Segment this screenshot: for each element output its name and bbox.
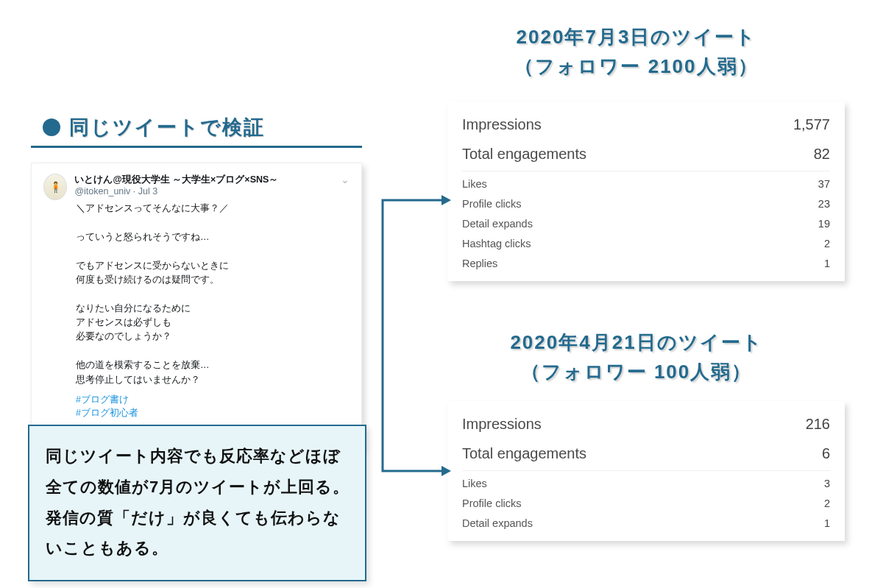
stats-title-2: 2020年4月21日のツイート （フォロワー 100人弱） (438, 327, 835, 387)
stat-row: Profile clicks2 (462, 494, 830, 514)
engagements-value: 6 (822, 445, 830, 462)
hashtag-link[interactable]: #ブログ初心者 (76, 408, 138, 418)
engagements-label: Total engagements (462, 445, 586, 462)
tweet-body: ＼アドセンスってそんなに大事？／ っていうと怒られそうですね… でもアドセンスに… (76, 202, 350, 387)
impressions-value: 1,577 (793, 116, 830, 133)
engagements-row: Total engagements 82 (462, 140, 830, 169)
engagements-label: Total engagements (462, 146, 586, 163)
impressions-row: Impressions 1,577 (462, 110, 830, 140)
stat-row: Replies1 (462, 254, 830, 274)
engagements-row: Total engagements 6 (462, 439, 830, 469)
bullet-icon (43, 118, 60, 136)
heading-underline (31, 146, 362, 148)
avatar: 🧍 (43, 174, 67, 200)
impressions-row: Impressions 216 (462, 410, 830, 439)
tweet-name-line: いとけん@現役大学生 ～大学生×ブログ×SNS～ @itoken_univ · … (74, 174, 333, 198)
stats-title-1: 2020年7月3日のツイート （フォロワー 2100人弱） (438, 22, 835, 82)
summary-text: 同じツイート内容でも反応率などほぼ全ての数値が7月のツイートが上回る。発信の質「… (46, 447, 350, 557)
stat-row: Profile clicks23 (462, 194, 830, 214)
stat-row: Hashtag clicks2 (462, 234, 830, 254)
engagements-value: 82 (814, 146, 830, 163)
stat-row: Likes37 (462, 174, 830, 194)
slide: 同じツイートで検証 🧍 いとけん@現役大学生 ～大学生×ブログ×SNS～ @it… (0, 0, 883, 588)
tweet-header: 🧍 いとけん@現役大学生 ～大学生×ブログ×SNS～ @itoken_univ … (43, 174, 350, 200)
tweet-dot: · (133, 186, 138, 196)
stat-row: Likes3 (462, 474, 830, 494)
impressions-value: 216 (806, 416, 830, 433)
tweet-handle: @itoken_univ (74, 186, 130, 196)
arrow-icon (372, 191, 453, 265)
section-heading: 同じツイートで検証 (43, 114, 265, 141)
tweet-date: Jul 3 (138, 186, 157, 196)
hashtag-link[interactable]: #ブログ書け (76, 394, 129, 405)
tweet-card: 🧍 いとけん@現役大学生 ～大学生×ブログ×SNS～ @itoken_univ … (31, 163, 362, 450)
impressions-label: Impressions (462, 116, 542, 133)
stats-card-1: Impressions 1,577 Total engagements 82 L… (447, 102, 845, 281)
tweet-hashtags: #ブログ書け #ブログ初心者 (76, 393, 350, 419)
stat-row: Detail expands1 (462, 514, 830, 534)
chevron-down-icon[interactable]: ⌄ (341, 174, 350, 185)
impressions-label: Impressions (462, 416, 542, 433)
summary-box: 同じツイート内容でも反応率などほぼ全ての数値が7月のツイートが上回る。発信の質「… (28, 425, 366, 581)
divider (462, 470, 830, 471)
section-heading-text: 同じツイートで検証 (69, 114, 265, 141)
divider (462, 171, 830, 171)
stats-card-2: Impressions 216 Total engagements 6 Like… (447, 401, 845, 541)
stat-row: Detail expands19 (462, 214, 830, 234)
tweet-display-name: いとけん@現役大学生 ～大学生×ブログ×SNS～ (74, 174, 278, 185)
